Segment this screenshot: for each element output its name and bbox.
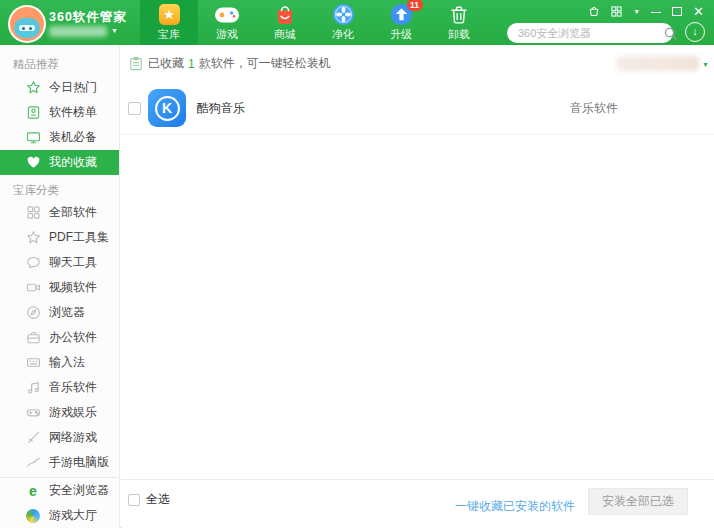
favorites-summary-bar: 已收藏1款软件，可一键轻松装机 ▼ <box>121 45 714 82</box>
tab-mall[interactable]: 商城 <box>256 0 314 45</box>
sidebar-item-mobile-games-pc[interactable]: 手游电脑版 <box>0 450 119 475</box>
download-manager-button[interactable]: ↓ <box>685 22 705 42</box>
filter-dropdown-blurred[interactable] <box>616 56 700 71</box>
tab-games[interactable]: 游戏 <box>198 0 256 45</box>
minimize-button[interactable] <box>651 12 661 13</box>
monitor-icon <box>25 130 41 146</box>
app-name: 酷狗音乐 <box>197 100 245 117</box>
tab-purify[interactable]: 净化 <box>314 0 372 45</box>
account-caret-icon[interactable]: ▼ <box>111 27 118 34</box>
grid-icon <box>25 205 41 221</box>
sidebar-item-online-games[interactable]: 网络游戏 <box>0 425 119 450</box>
game-hall-icon <box>25 508 41 524</box>
sidebar-section-categories: 宝库分类 <box>0 175 119 200</box>
install-all-selected-button[interactable]: 安装全部已选 <box>588 488 688 515</box>
app-category: 音乐软件 <box>570 100 618 117</box>
tab-treasury[interactable]: ★ 宝库 <box>140 0 198 45</box>
sidebar-item-input-methods[interactable]: 输入法 <box>0 350 119 375</box>
sidebar-item-pdf-tools[interactable]: PDF工具集 <box>0 225 119 250</box>
sidebar-item-secure-browser[interactable]: e 安全浏览器 <box>0 478 118 503</box>
sidebar-section-featured: 精品推荐 <box>0 45 119 75</box>
maximize-button[interactable] <box>672 7 682 16</box>
sidebar-item-music-software[interactable]: 音乐软件 <box>0 375 119 400</box>
sidebar-item-game-entertainment[interactable]: 游戏娱乐 <box>0 400 119 425</box>
shop-bag-icon <box>274 2 296 27</box>
select-all-control[interactable]: 全选 <box>128 491 170 508</box>
header: 360软件管家 ▼ ★ 宝库 游戏 商城 <box>0 0 714 45</box>
upgrade-count-badge: 11 <box>407 0 423 11</box>
account-name-blurred[interactable] <box>49 26 107 37</box>
filter-caret-icon[interactable]: ▼ <box>702 61 709 68</box>
select-all-label: 全选 <box>146 491 170 508</box>
gamepad-icon <box>25 405 41 421</box>
summary-suffix: 款软件，可一键轻松装机 <box>199 55 331 72</box>
trash-icon <box>448 2 470 27</box>
sidebar-item-hot-today[interactable]: 今日热门 <box>0 75 119 100</box>
sidebar-item-software-ranking[interactable]: 软件榜单 <box>0 100 119 125</box>
search-box <box>507 23 673 43</box>
upgrade-arrow-icon: 11 <box>390 2 413 27</box>
app-title: 360软件管家 <box>49 9 127 26</box>
search-icon[interactable] <box>664 27 677 40</box>
sidebar-item-video-software[interactable]: 视频软件 <box>0 275 119 300</box>
ranking-icon <box>25 105 41 121</box>
tab-uninstall[interactable]: 卸载 <box>430 0 488 45</box>
sidebar-footer: e 安全浏览器 游戏大厅 <box>0 477 118 528</box>
sidebar-item-my-favorites[interactable]: 我的收藏 <box>0 150 119 175</box>
browser-e-icon: e <box>25 483 41 499</box>
chat-icon <box>25 255 41 271</box>
select-all-checkbox[interactable] <box>128 494 140 506</box>
sword-icon <box>25 430 41 446</box>
gamepad-icon <box>214 2 240 27</box>
apps-grid-icon[interactable] <box>611 6 622 17</box>
skin-bag-icon[interactable] <box>588 5 600 17</box>
sidebar-item-chat-tools[interactable]: 聊天工具 <box>0 250 119 275</box>
primary-nav: ★ 宝库 游戏 商城 净化 <box>140 0 488 45</box>
tab-upgrade[interactable]: 11 升级 <box>372 0 430 45</box>
sidebar-item-all-software[interactable]: 全部软件 <box>0 200 119 225</box>
sidebar-item-office-software[interactable]: 办公软件 <box>0 325 119 350</box>
compass-icon <box>25 305 41 321</box>
star-icon <box>25 230 41 246</box>
app-window: 360软件管家 ▼ ★ 宝库 游戏 商城 <box>0 0 714 528</box>
fan-icon <box>332 2 355 27</box>
briefcase-icon <box>25 330 41 346</box>
main-menu-caret-icon[interactable]: ▼ <box>633 8 640 15</box>
row-checkbox[interactable] <box>128 102 141 115</box>
search-input[interactable] <box>507 27 664 39</box>
sidebar-item-browsers[interactable]: 浏览器 <box>0 300 119 325</box>
music-note-icon <box>25 380 41 396</box>
summary-count: 1 <box>188 57 195 71</box>
video-icon <box>25 280 41 296</box>
mouse-curve-icon <box>25 455 41 471</box>
window-controls: ▼ ✕ <box>588 4 704 18</box>
sidebar-item-essentials[interactable]: 装机必备 <box>0 125 119 150</box>
heart-icon <box>25 155 41 171</box>
main-content: 已收藏1款软件，可一键轻松装机 ▼ K 酷狗音乐 音乐软件 全选 一键收藏已安装… <box>121 45 714 528</box>
close-button[interactable]: ✕ <box>693 5 704 18</box>
kugou-music-icon: K <box>148 89 186 127</box>
sidebar: 精品推荐 今日热门 软件榜单 装机必备 我的收藏 宝库分类 全部软件 PDF工具… <box>0 45 120 528</box>
star-icon <box>25 80 41 96</box>
bottom-action-bar: 全选 一键收藏已安装的软件 安装全部已选 <box>121 479 714 528</box>
collect-installed-link[interactable]: 一键收藏已安装的软件 <box>455 498 575 515</box>
table-row[interactable]: K 酷狗音乐 音乐软件 <box>121 82 714 135</box>
keyboard-icon <box>25 355 41 371</box>
sidebar-item-game-hall[interactable]: 游戏大厅 <box>0 503 118 528</box>
star-box-icon: ★ <box>159 2 180 27</box>
summary-prefix: 已收藏 <box>148 55 184 72</box>
clipboard-icon <box>129 56 143 71</box>
avatar-eyes <box>19 25 35 31</box>
user-avatar[interactable] <box>8 5 46 43</box>
